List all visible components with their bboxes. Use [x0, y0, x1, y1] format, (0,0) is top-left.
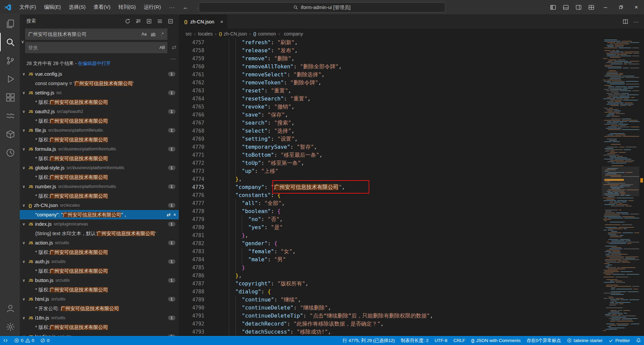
search-result-file[interactable]: ∨JSfile.jssrc\business\platform\file\uti… — [20, 126, 179, 135]
activitybar-package[interactable] — [0, 125, 20, 143]
search-result-file[interactable]: ∨JSi18n.jssrc\utils1 — [20, 313, 179, 323]
activitybar-settings[interactable] — [0, 318, 20, 336]
chevron-down-icon[interactable]: ∨ — [21, 222, 26, 226]
search-details-toggle-icon[interactable]: ··· — [170, 56, 176, 61]
breadcrumb-item-locales[interactable]: locales — [198, 31, 213, 37]
eol[interactable]: CRLF — [450, 336, 468, 345]
dismiss-icon[interactable]: × — [173, 212, 176, 217]
toggle-panel-icon[interactable] — [559, 0, 572, 14]
code-line-4774[interactable]: 4774}, — [179, 175, 602, 183]
cursor-position[interactable]: 行 4775, 列 29 (已选择12) — [340, 336, 398, 345]
search-result-match[interactable]: * 版权:广州安可信息技术有限公司 — [20, 323, 179, 332]
search-result-match[interactable]: * 开发公司: 广州安可信息技术有限公司 — [20, 304, 179, 313]
code-line-4772[interactable]: 4772"toUp": "移至第一条", — [179, 159, 602, 167]
code-line-4770[interactable]: 4770"temporarySave": "暂存", — [179, 143, 602, 151]
code-line-4791[interactable]: 4791"continueDeleteTip": "点击“继续删除”后，只能删除… — [179, 312, 602, 320]
code-line-4757[interactable]: 4757"refresh": "刷新", — [179, 39, 602, 47]
menu-item-4[interactable]: 转到(G) — [114, 0, 140, 14]
remote-indicator[interactable] — [0, 336, 11, 345]
command-center[interactable]: iform-admin-ui [管理员] — [199, 2, 445, 12]
open-new-search-editor-icon[interactable] — [145, 17, 153, 25]
code-line-4781[interactable]: 4781}, — [179, 231, 602, 239]
code-line-4765[interactable]: 4765"revoke": "撤销", — [179, 103, 602, 111]
activitybar-account[interactable] — [0, 299, 20, 318]
activitybar-search[interactable] — [0, 33, 20, 51]
chevron-down-icon[interactable]: ∨ — [21, 109, 26, 114]
search-result-match[interactable]: {String} text 水印文本，默认'广州安可信息技术有限公司' — [20, 229, 179, 238]
search-result-file[interactable]: ∨JSglobal-style.jssrc\business\platform\… — [20, 163, 179, 172]
code-line-4761[interactable]: 4761"removeSelect": "删除选择", — [179, 71, 602, 79]
search-result-match[interactable]: * 版权:广州安可信息技术有限公司 — [20, 97, 179, 107]
regex-icon[interactable]: .* — [158, 30, 166, 39]
search-result-file[interactable]: ∨JSvue.config.js1 — [20, 69, 179, 79]
code-line-4760[interactable]: 4760"removeAllToken": "删除全部令牌", — [179, 63, 602, 71]
chevron-down-icon[interactable]: ∨ — [21, 316, 26, 320]
search-result-file[interactable]: ∨{}zh-CN.jsonsrc\locales1 — [20, 201, 179, 210]
activitybar-run-debug[interactable] — [0, 70, 20, 88]
activitybar-extensions[interactable] — [0, 88, 20, 107]
chevron-down-icon[interactable]: ∨ — [21, 90, 26, 95]
code-line-4759[interactable]: 4759"remove": "删除", — [179, 55, 602, 63]
split-editor-icon[interactable] — [623, 19, 628, 24]
toggle-replace-icon[interactable]: ∨ — [20, 39, 25, 44]
menu-item-1[interactable]: 编辑(E) — [40, 0, 65, 14]
search-result-file[interactable]: ∨JSloading.jssrc\utils1 — [20, 332, 179, 336]
code-line-4775[interactable]: 4775"company": "广州安可信息技术有限公司", — [179, 183, 602, 191]
tab-zh-cn-json[interactable]: {} zh-CN.json × — [179, 14, 227, 29]
clear-results-icon[interactable] — [134, 17, 143, 25]
code-line-4787[interactable]: 4787"copyright": "版权所有", — [179, 280, 602, 288]
code-line-4773[interactable]: 4773"up": "上移" — [179, 167, 602, 175]
activitybar-history[interactable] — [0, 143, 20, 162]
code-line-4776[interactable]: 4776"constants": { — [179, 191, 602, 199]
language-mode[interactable]: {} JSON with Comments — [468, 336, 524, 345]
search-result-match[interactable]: * 版权:广州安可信息技术有限公司 — [20, 154, 179, 163]
code-line-4758[interactable]: 4758"release": "发布", — [179, 47, 602, 55]
restore-button[interactable] — [613, 0, 629, 14]
search-result-match[interactable]: * 版权:广州安可信息技术有限公司 — [20, 266, 179, 276]
code-line-4788[interactable]: 4788"dialog": { — [179, 288, 602, 296]
chevron-down-icon[interactable]: ∨ — [21, 203, 26, 208]
prettier-status[interactable]: Prettier — [605, 336, 633, 345]
search-result-file[interactable]: ∨JSauth.jssrc\utils1 — [20, 257, 179, 266]
toggle-secondary-sidebar-icon[interactable] — [572, 0, 585, 14]
activitybar-live-share[interactable] — [0, 107, 20, 125]
code-line-4767[interactable]: 4767"search": "搜索", — [179, 119, 602, 127]
code-line-4766[interactable]: 4766"save": "保存", — [179, 111, 602, 119]
code-line-4789[interactable]: 4789"continue": "继续", — [179, 296, 602, 304]
chevron-down-icon[interactable]: ∨ — [21, 297, 26, 301]
search-result-file[interactable]: ∨JSnumber.jssrc\business\platform\form\u… — [20, 182, 179, 191]
code-line-4783[interactable]: 4783"female": "女", — [179, 248, 602, 256]
menu-more-button[interactable]: ··· — [165, 4, 179, 10]
search-result-match[interactable]: * 版权:广州安可信息技术有限公司 — [20, 285, 179, 294]
search-result-match[interactable]: * 版权:广州安可信息技术有限公司 — [20, 135, 179, 144]
code-line-4764[interactable]: 4764"resetSearch": "重置", — [179, 95, 602, 103]
chevron-down-icon[interactable]: ∨ — [21, 165, 26, 170]
preserve-case-icon[interactable]: AB — [158, 44, 166, 52]
code-line-4790[interactable]: 4790"continueDelete": "继续删除", — [179, 304, 602, 312]
chevron-down-icon[interactable]: ∨ — [21, 72, 26, 76]
search-result-file[interactable]: ∨JSbutton.jssrc\utils1 — [20, 276, 179, 285]
minimize-button[interactable]: – — [598, 0, 613, 14]
code-line-4777[interactable]: 4777"all": "全部", — [179, 199, 602, 207]
chevron-down-icon[interactable]: ∨ — [21, 128, 26, 133]
menu-item-3[interactable]: 查看(V) — [90, 0, 114, 14]
customize-layout-icon[interactable] — [585, 0, 598, 14]
toggle-sidebar-icon[interactable] — [547, 0, 559, 14]
breadcrumb-item-src[interactable]: src — [185, 31, 192, 37]
code-line-4780[interactable]: 4780"yes": "是" — [179, 223, 602, 231]
chevron-down-icon[interactable]: ∨ — [21, 147, 26, 151]
code-area[interactable]: 4757"refresh": "刷新",4758"release": "发布",… — [179, 39, 602, 336]
open-in-editor-link[interactable]: 在编辑器中打开 — [78, 61, 111, 66]
search-result-match[interactable]: "company": "广州安可信息技术有限公司"，⇄× — [20, 210, 179, 219]
encoding[interactable]: UTF-8 — [432, 336, 450, 345]
chevron-down-icon[interactable]: ∨ — [21, 184, 26, 189]
match-case-icon[interactable]: Aa — [140, 30, 148, 39]
search-result-file[interactable]: ∨JShtml.jssrc\utils1 — [20, 294, 179, 304]
search-input[interactable] — [25, 31, 139, 37]
notifications-bell[interactable] — [633, 336, 644, 345]
chevron-down-icon[interactable]: ∨ — [21, 278, 26, 283]
code-line-4792[interactable]: 4792"detachRecord": "此操作将移除该数据，是否确定？", — [179, 320, 602, 328]
code-line-4784[interactable]: 4784"male": "男" — [179, 256, 602, 264]
replace-icon[interactable]: ⇄ — [167, 212, 171, 217]
code-line-4769[interactable]: 4769"setting": "设置", — [179, 135, 602, 143]
